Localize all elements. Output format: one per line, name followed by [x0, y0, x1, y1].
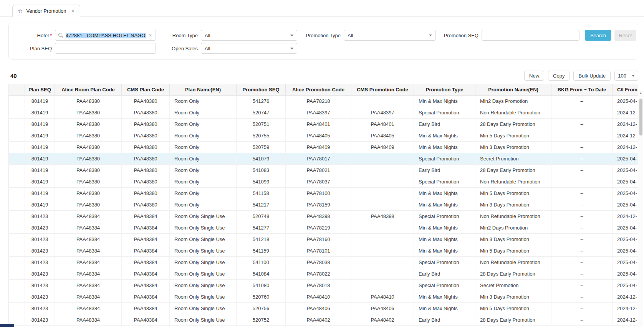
table-row[interactable]: 801423PAA48384PAA48384Room Only Single U…	[9, 268, 638, 280]
cell-promotion_type: Min & Max Nights	[414, 303, 475, 314]
scroll-up-arrow-icon[interactable]: ▲	[638, 90, 643, 96]
cell-cms_plan_code: PAA48384	[122, 234, 170, 245]
promotion-type-label: Promotion Type	[302, 33, 341, 38]
column-header-promotion_name_en[interactable]: Promotion Name(EN)	[475, 84, 551, 96]
plan-seq-label: Plan SEQ	[16, 46, 52, 51]
column-header-alice_promotion_code[interactable]: Alice Promotion Code	[286, 84, 351, 96]
cell-bkg_from_to_date: –	[551, 119, 613, 130]
table-row[interactable]: 801423PAA48384PAA48384Room Only Single U…	[9, 314, 638, 326]
reset-button[interactable]: Reset	[614, 30, 636, 41]
page-size-select[interactable]: 100	[614, 71, 638, 81]
table-row[interactable]: 801419PAA48380PAA48380Room Only541217PAA…	[9, 199, 638, 211]
cell-select	[9, 130, 25, 142]
cell-plan_seq: 801423	[25, 280, 55, 291]
cell-alice_room_plan_code: PAA48380	[55, 199, 122, 211]
table-row[interactable]: 801419PAA48380PAA48380Room Only520759PAA…	[9, 142, 638, 153]
cell-bkg_from_to_date: –	[551, 107, 613, 119]
cell-ci_from: 2025-04-	[613, 257, 638, 268]
cell-alice_promotion_code: PAA48401	[286, 119, 351, 130]
cell-plan_seq: 801419	[25, 188, 55, 199]
table-row[interactable]: 801419PAA48380PAA48380Room Only541083PAA…	[9, 165, 638, 176]
table-row[interactable]: 801419PAA48380PAA48380Room Only541276PAA…	[9, 96, 638, 107]
cell-promotion_type: Min & Max Nights	[414, 245, 475, 257]
cell-promotion_seq: 541100	[237, 257, 286, 268]
cell-plan_seq: 801419	[25, 107, 55, 119]
cell-bkg_from_to_date: –	[551, 153, 613, 165]
hotel-search-input[interactable]: 472881 - COMPASS HOTEL NAGOYA ✕	[55, 30, 156, 41]
tab-close-icon[interactable]: ✕	[71, 8, 75, 13]
table-row[interactable]: 801423PAA48384PAA48384Room Only Single U…	[9, 245, 638, 257]
column-header-promotion_seq[interactable]: Promotion SEQ	[237, 84, 286, 96]
cell-ci_from: 2025-04-	[613, 188, 638, 199]
table-row[interactable]: 801423PAA48384PAA48384Room Only Single U…	[9, 234, 638, 245]
cell-promotion_type: Min & Max Nights	[414, 199, 475, 211]
cell-cms_plan_code: PAA48384	[122, 303, 170, 314]
promotion-seq-label: Promotion SEQ	[440, 33, 478, 38]
clear-icon[interactable]: ✕	[146, 33, 152, 38]
cell-cms_promotion_code	[351, 199, 414, 211]
cell-ci_from: 2024-12-	[613, 303, 638, 314]
cell-cms_plan_code: PAA48380	[122, 188, 170, 199]
cell-alice_promotion_code: PAA78017	[286, 153, 351, 165]
search-button[interactable]: Search	[585, 30, 611, 41]
cell-cms_plan_code: PAA48380	[122, 199, 170, 211]
table-row[interactable]: 801419PAA48380PAA48380Room Only520755PAA…	[9, 130, 638, 142]
cell-plan_name_en: Room Only Single Use	[170, 280, 237, 291]
column-header-cms_promotion_code[interactable]: CMS Promotion Code	[351, 84, 414, 96]
column-header-plan_seq[interactable]: Plan SEQ	[25, 84, 55, 96]
table-row[interactable]: 801423PAA48384PAA48384Room Only Single U…	[9, 291, 638, 303]
cell-promotion_seq: 520760	[237, 291, 286, 303]
column-header-alice_room_plan_code[interactable]: Alice Room Plan Code	[55, 84, 122, 96]
column-header-promotion_type[interactable]: Promotion Type	[414, 84, 475, 96]
cell-cms_plan_code: PAA48380	[122, 165, 170, 176]
table-row[interactable]: 801423PAA48384PAA48384Room Only Single U…	[9, 211, 638, 222]
vertical-scrollbar[interactable]: ▲	[638, 90, 643, 327]
column-header-bkg_from_to_date[interactable]: BKG From ~ To Date	[551, 84, 613, 96]
cell-cms_promotion_code	[351, 188, 414, 199]
table-row[interactable]: 801419PAA48380PAA48380Room Only520747PAA…	[9, 107, 638, 119]
table-row[interactable]: 801419PAA48380PAA48380Room Only541158PAA…	[9, 188, 638, 199]
cell-bkg_from_to_date: –	[551, 257, 613, 268]
open-sales-field: Open Sales All	[162, 43, 297, 54]
cell-plan_seq: 801419	[25, 130, 55, 142]
column-header-plan_name_en[interactable]: Plan Name(EN)	[170, 84, 237, 96]
room-type-select[interactable]: All	[201, 30, 297, 41]
cell-alice_room_plan_code: PAA48380	[55, 142, 122, 153]
scrollbar-thumb[interactable]	[639, 99, 642, 135]
open-sales-select[interactable]: All	[201, 43, 297, 54]
cell-cms_promotion_code: PAA48401	[351, 119, 414, 130]
cell-promotion_name_en: Min 5 Days Promotion	[475, 130, 551, 142]
cell-cms_promotion_code	[351, 153, 414, 165]
tab-vendor-promotion[interactable]: ☆ Vendor Promotion ✕	[12, 5, 80, 17]
favorite-star-icon[interactable]: ☆	[18, 8, 23, 14]
cell-bkg_from_to_date: –	[551, 291, 613, 303]
cell-bkg_from_to_date: –	[551, 222, 613, 234]
table-row[interactable]: 801419PAA48380PAA48380Room Only520751PAA…	[9, 119, 638, 130]
promotion-seq-input[interactable]	[482, 30, 579, 41]
cell-promotion_name_en: Min 5 Days Promotion	[475, 303, 551, 314]
cell-plan_name_en: Room Only	[170, 188, 237, 199]
cell-promotion_type: Special Promotion	[414, 153, 475, 165]
hotel-label: Hotel*	[16, 33, 52, 38]
cell-promotion_name_en: Min 3 Days Promotion	[475, 291, 551, 303]
promotion-type-select[interactable]: All	[344, 30, 436, 41]
plan-seq-input[interactable]	[55, 43, 156, 54]
table-row[interactable]: 801419PAA48380PAA48380Room Only541099PAA…	[9, 176, 638, 188]
toolbar-buttons: New Copy Bulk Update 100	[524, 71, 638, 81]
table-row[interactable]: 801423PAA48384PAA48384Room Only Single U…	[9, 280, 638, 291]
cell-select	[9, 211, 25, 222]
table-row[interactable]: 801419PAA48380PAA48380Room Only541079PAA…	[9, 153, 638, 165]
bulk-update-button[interactable]: Bulk Update	[573, 71, 611, 81]
new-button[interactable]: New	[524, 71, 544, 81]
table-row[interactable]: 801423PAA48384PAA48384Room Only Single U…	[9, 222, 638, 234]
cell-plan_name_en: Room Only	[170, 199, 237, 211]
column-header-ci_from[interactable]: C/I From	[613, 84, 638, 96]
cell-promotion_name_en: Non Refundable Promotion	[475, 176, 551, 188]
column-header-cms_plan_code[interactable]: CMS Plan Code	[122, 84, 170, 96]
table-row[interactable]: 801423PAA48384PAA48384Room Only Single U…	[9, 257, 638, 268]
table-row[interactable]: 801423PAA48384PAA48384Room Only Single U…	[9, 303, 638, 314]
hotel-input-value: 472881 - COMPASS HOTEL NAGOYA	[66, 33, 146, 38]
cell-promotion_seq: 520748	[237, 211, 286, 222]
copy-button[interactable]: Copy	[548, 71, 570, 81]
cell-select	[9, 280, 25, 291]
